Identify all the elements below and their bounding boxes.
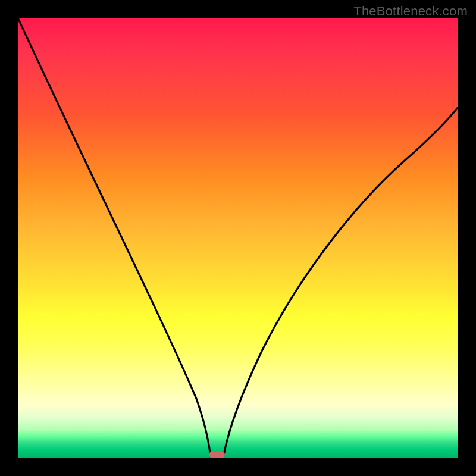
curve-right (223, 107, 458, 458)
plot-frame (18, 18, 458, 458)
watermark-text: TheBottleneck.com (353, 4, 468, 19)
bottleneck-curves (18, 18, 458, 458)
optimal-marker (209, 452, 225, 458)
curve-left (18, 18, 211, 458)
